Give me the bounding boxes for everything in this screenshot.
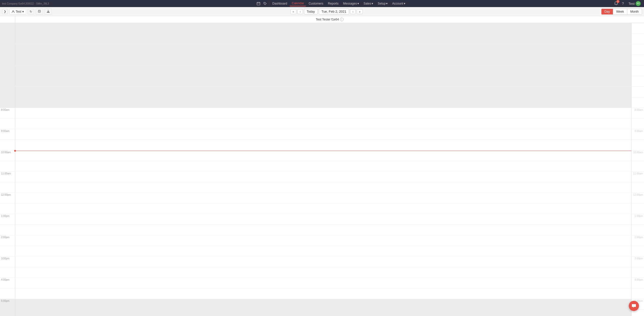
time-label-slot <box>0 288 15 299</box>
help-button[interactable]: ? <box>621 1 625 6</box>
event-slot[interactable] <box>15 299 631 310</box>
time-label-slot: 9:00am <box>0 129 15 140</box>
event-slot[interactable] <box>15 182 631 193</box>
time-label-slot: 5:00pm <box>0 299 15 310</box>
event-slot[interactable] <box>15 34 631 44</box>
next-next-button[interactable]: » <box>357 9 363 14</box>
event-slot[interactable] <box>15 235 631 246</box>
event-slot[interactable] <box>15 97 631 108</box>
nav-account[interactable]: Account ▾ <box>390 1 407 6</box>
time-label-slot: 1:00pm <box>0 214 15 225</box>
time-label-right <box>632 87 644 97</box>
refresh-button[interactable]: ↻ <box>28 9 34 14</box>
day-view-button[interactable]: Day <box>601 9 613 14</box>
event-slot[interactable] <box>15 129 631 140</box>
collapse-sidebar-button[interactable]: ❯ <box>2 9 8 14</box>
today-button[interactable]: Today <box>304 9 318 14</box>
nav-calendar[interactable]: Calendar <box>290 1 306 6</box>
calendar-icon-btn[interactable] <box>255 1 261 6</box>
nav-customers[interactable]: Customers <box>307 1 325 6</box>
chat-button[interactable] <box>629 301 639 311</box>
export-button[interactable] <box>45 9 52 15</box>
view-selector: Day Week Month <box>601 9 642 15</box>
time-gutter <box>0 16 15 23</box>
time-label-right <box>632 76 644 87</box>
time-labels-right: 8:00am9:00am10:00am11:00am12:00pm1:00pm2… <box>631 23 644 316</box>
current-time-line <box>15 151 631 151</box>
time-label-right <box>632 23 644 34</box>
event-slot[interactable] <box>15 193 631 204</box>
prev-prev-button[interactable]: « <box>290 9 296 14</box>
date-navigation: « ‹ Today Tue, Feb 2, 2021 › » <box>53 9 600 14</box>
time-label-slot <box>0 119 15 129</box>
time-label-right: 11:00am <box>632 172 644 182</box>
event-slot[interactable] <box>15 214 631 225</box>
nav-messages[interactable]: Messages ▾ <box>341 1 361 6</box>
notifications-button[interactable]: 2 <box>614 1 619 7</box>
nav-sales[interactable]: Sales ▾ <box>361 1 375 6</box>
time-label-slot: 4:00pm <box>0 278 15 288</box>
time-label-slot <box>0 76 15 87</box>
resource-name: Test Tester f1e64 i <box>17 18 642 21</box>
time-label-slot <box>0 87 15 97</box>
event-slot[interactable] <box>15 140 631 150</box>
event-slot[interactable] <box>15 246 631 257</box>
time-label-right: 3:00pm <box>632 257 644 267</box>
time-label-right <box>632 140 644 150</box>
time-label-slot <box>0 44 15 55</box>
event-slot[interactable] <box>15 108 631 119</box>
time-label-right: 12:00pm <box>632 193 644 204</box>
time-label-right: 1:00pm <box>632 214 644 225</box>
time-label-right <box>632 55 644 65</box>
event-slot[interactable] <box>15 44 631 55</box>
week-view-button[interactable]: Week <box>613 9 627 14</box>
event-slot[interactable] <box>15 172 631 182</box>
nav-dashboard[interactable]: Dashboard <box>270 1 289 6</box>
time-label-right <box>632 119 644 129</box>
event-slot[interactable] <box>15 76 631 87</box>
user-avatar: TT <box>636 1 641 6</box>
event-slot[interactable] <box>15 278 631 288</box>
user-selector[interactable]: Test ▾ <box>9 9 26 14</box>
time-label-right: 2:00pm <box>632 235 644 246</box>
time-label-right <box>632 204 644 214</box>
time-label-slot <box>0 182 15 193</box>
time-label-slot: 10:00am <box>0 150 15 161</box>
event-slot[interactable] <box>15 23 631 34</box>
prev-button[interactable]: ‹ <box>297 9 303 14</box>
event-slot[interactable] <box>15 310 631 316</box>
event-slot[interactable] <box>15 257 631 267</box>
time-label-slot <box>0 97 15 108</box>
day-events-column[interactable] <box>15 23 631 316</box>
nav-setup[interactable]: Setup ▾ <box>376 1 390 6</box>
event-slot[interactable] <box>15 55 631 65</box>
time-label-right <box>632 161 644 172</box>
event-slot[interactable] <box>15 65 631 76</box>
user-menu-button[interactable]: Test TT <box>627 1 642 7</box>
event-slot[interactable] <box>15 119 631 129</box>
time-label-slot <box>0 310 15 316</box>
time-label-right <box>632 225 644 235</box>
event-slot[interactable] <box>15 150 631 161</box>
time-label-slot <box>0 23 15 34</box>
svg-rect-7 <box>39 12 40 12</box>
nav-right-section: 2 ? Test TT <box>614 1 642 7</box>
company-info: test Company f1e64:200022 - SMm_39L3 <box>2 2 49 5</box>
print-button[interactable] <box>36 9 43 15</box>
event-slot[interactable] <box>15 225 631 235</box>
event-slot[interactable] <box>15 161 631 172</box>
nav-reports[interactable]: Reports <box>326 1 340 6</box>
event-slot[interactable] <box>15 267 631 278</box>
time-label-slot <box>0 267 15 278</box>
event-slot[interactable] <box>15 288 631 299</box>
event-slot[interactable] <box>15 204 631 214</box>
next-button[interactable]: › <box>350 9 356 14</box>
month-view-button[interactable]: Month <box>627 9 642 14</box>
calendar-header: Test Tester f1e64 i <box>0 16 644 23</box>
time-label-slot <box>0 204 15 214</box>
tag-icon-btn[interactable] <box>262 1 268 6</box>
calendar-body[interactable]: Test Tester f1e64 i 8:00am9:00am10:00am1… <box>0 16 644 316</box>
time-label-right <box>632 246 644 257</box>
resource-info-icon[interactable]: i <box>340 18 344 21</box>
event-slot[interactable] <box>15 87 631 97</box>
